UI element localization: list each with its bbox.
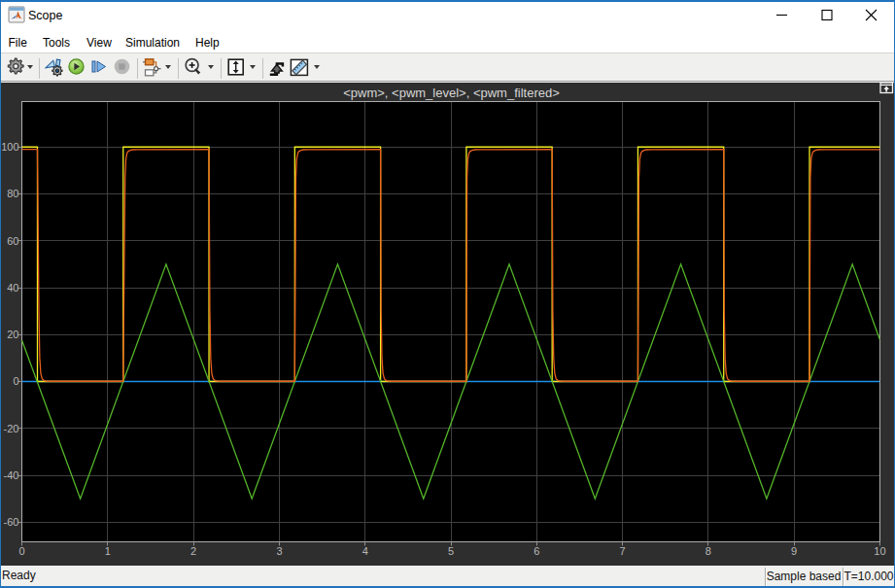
svg-text:1: 1 [105,545,111,557]
svg-text:-40: -40 [4,469,19,481]
svg-text:9: 9 [791,545,797,557]
svg-text:0: 0 [19,545,25,557]
svg-text:4: 4 [362,545,368,557]
svg-text:40: 40 [7,282,18,294]
svg-text:6: 6 [534,545,539,557]
svg-text:5: 5 [448,545,454,557]
svg-text:60: 60 [7,235,18,247]
svg-text:3: 3 [276,545,282,557]
svg-text:8: 8 [706,545,711,557]
svg-text:80: 80 [7,188,18,199]
svg-text:10: 10 [874,545,885,557]
svg-text:-60: -60 [4,516,19,528]
svg-text:7: 7 [619,545,625,557]
svg-text:2: 2 [190,545,196,557]
svg-text:-20: -20 [4,423,19,434]
svg-text:0: 0 [13,375,18,387]
svg-text:20: 20 [7,329,18,340]
svg-text:100: 100 [1,141,18,153]
